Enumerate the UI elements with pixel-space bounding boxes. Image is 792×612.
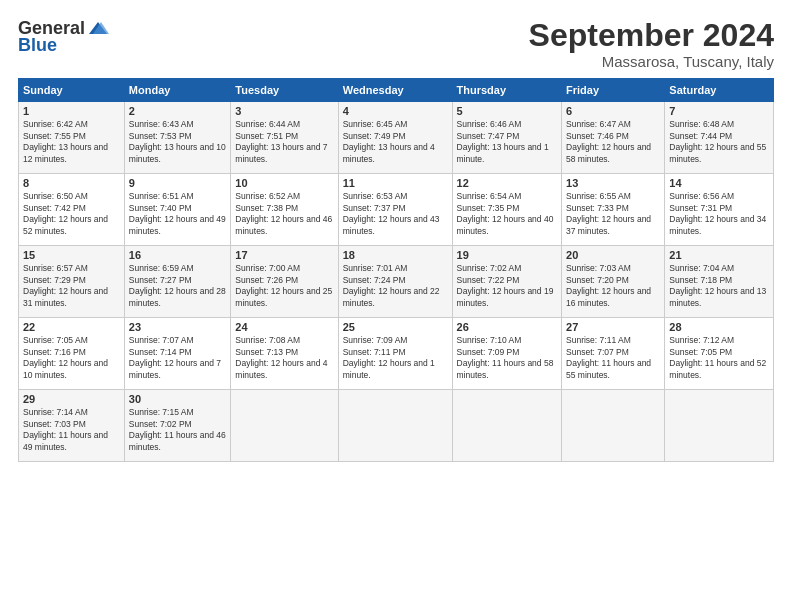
sunrise-text: Sunrise: 7:12 AM — [669, 335, 734, 345]
sunset-text: Sunset: 7:16 PM — [23, 347, 86, 357]
day-number: 25 — [343, 321, 448, 333]
sunrise-text: Sunrise: 7:03 AM — [566, 263, 631, 273]
table-row — [338, 390, 452, 462]
day-info: Sunrise: 7:10 AMSunset: 7:09 PMDaylight:… — [457, 335, 558, 381]
calendar-week-row: 1Sunrise: 6:42 AMSunset: 7:55 PMDaylight… — [19, 102, 774, 174]
col-wednesday: Wednesday — [338, 79, 452, 102]
day-info: Sunrise: 6:47 AMSunset: 7:46 PMDaylight:… — [566, 119, 660, 165]
day-info: Sunrise: 7:14 AMSunset: 7:03 PMDaylight:… — [23, 407, 120, 453]
col-saturday: Saturday — [665, 79, 774, 102]
day-info: Sunrise: 6:42 AMSunset: 7:55 PMDaylight:… — [23, 119, 120, 165]
table-row: 29Sunrise: 7:14 AMSunset: 7:03 PMDayligh… — [19, 390, 125, 462]
sunset-text: Sunset: 7:51 PM — [235, 131, 298, 141]
sunset-text: Sunset: 7:46 PM — [566, 131, 629, 141]
title-block: September 2024 Massarosa, Tuscany, Italy — [529, 18, 774, 70]
logo: General Blue — [18, 18, 109, 56]
table-row: 30Sunrise: 7:15 AMSunset: 7:02 PMDayligh… — [124, 390, 231, 462]
daylight-text: Daylight: 12 hours and 37 minutes. — [566, 214, 651, 235]
daylight-text: Daylight: 12 hours and 55 minutes. — [669, 142, 766, 163]
day-number: 12 — [457, 177, 558, 189]
day-info: Sunrise: 7:04 AMSunset: 7:18 PMDaylight:… — [669, 263, 769, 309]
sunset-text: Sunset: 7:42 PM — [23, 203, 86, 213]
daylight-text: Daylight: 12 hours and 7 minutes. — [129, 358, 221, 379]
daylight-text: Daylight: 12 hours and 16 minutes. — [566, 286, 651, 307]
sunset-text: Sunset: 7:40 PM — [129, 203, 192, 213]
sunset-text: Sunset: 7:37 PM — [343, 203, 406, 213]
daylight-text: Daylight: 13 hours and 10 minutes. — [129, 142, 226, 163]
day-info: Sunrise: 7:03 AMSunset: 7:20 PMDaylight:… — [566, 263, 660, 309]
day-info: Sunrise: 6:56 AMSunset: 7:31 PMDaylight:… — [669, 191, 769, 237]
sunrise-text: Sunrise: 6:43 AM — [129, 119, 194, 129]
daylight-text: Daylight: 12 hours and 22 minutes. — [343, 286, 440, 307]
day-number: 16 — [129, 249, 227, 261]
logo-icon — [87, 20, 109, 38]
sunset-text: Sunset: 7:44 PM — [669, 131, 732, 141]
daylight-text: Daylight: 11 hours and 52 minutes. — [669, 358, 766, 379]
sunrise-text: Sunrise: 6:44 AM — [235, 119, 300, 129]
table-row: 8Sunrise: 6:50 AMSunset: 7:42 PMDaylight… — [19, 174, 125, 246]
table-row: 15Sunrise: 6:57 AMSunset: 7:29 PMDayligh… — [19, 246, 125, 318]
sunset-text: Sunset: 7:22 PM — [457, 275, 520, 285]
day-number: 11 — [343, 177, 448, 189]
table-row: 1Sunrise: 6:42 AMSunset: 7:55 PMDaylight… — [19, 102, 125, 174]
sunrise-text: Sunrise: 6:48 AM — [669, 119, 734, 129]
table-row: 24Sunrise: 7:08 AMSunset: 7:13 PMDayligh… — [231, 318, 338, 390]
sunset-text: Sunset: 7:18 PM — [669, 275, 732, 285]
day-number: 21 — [669, 249, 769, 261]
day-number: 8 — [23, 177, 120, 189]
day-number: 10 — [235, 177, 333, 189]
col-tuesday: Tuesday — [231, 79, 338, 102]
table-row: 6Sunrise: 6:47 AMSunset: 7:46 PMDaylight… — [562, 102, 665, 174]
daylight-text: Daylight: 12 hours and 40 minutes. — [457, 214, 554, 235]
daylight-text: Daylight: 12 hours and 49 minutes. — [129, 214, 226, 235]
month-title: September 2024 — [529, 18, 774, 53]
sunset-text: Sunset: 7:20 PM — [566, 275, 629, 285]
col-thursday: Thursday — [452, 79, 562, 102]
calendar-week-row: 15Sunrise: 6:57 AMSunset: 7:29 PMDayligh… — [19, 246, 774, 318]
daylight-text: Daylight: 13 hours and 12 minutes. — [23, 142, 108, 163]
day-info: Sunrise: 6:54 AMSunset: 7:35 PMDaylight:… — [457, 191, 558, 237]
daylight-text: Daylight: 12 hours and 58 minutes. — [566, 142, 651, 163]
table-row: 17Sunrise: 7:00 AMSunset: 7:26 PMDayligh… — [231, 246, 338, 318]
table-row: 16Sunrise: 6:59 AMSunset: 7:27 PMDayligh… — [124, 246, 231, 318]
daylight-text: Daylight: 13 hours and 1 minute. — [457, 142, 549, 163]
day-info: Sunrise: 7:01 AMSunset: 7:24 PMDaylight:… — [343, 263, 448, 309]
day-number: 29 — [23, 393, 120, 405]
table-row: 27Sunrise: 7:11 AMSunset: 7:07 PMDayligh… — [562, 318, 665, 390]
calendar-table: Sunday Monday Tuesday Wednesday Thursday… — [18, 78, 774, 462]
page-header: General Blue September 2024 Massarosa, T… — [18, 18, 774, 70]
table-row: 21Sunrise: 7:04 AMSunset: 7:18 PMDayligh… — [665, 246, 774, 318]
sunrise-text: Sunrise: 6:51 AM — [129, 191, 194, 201]
table-row: 22Sunrise: 7:05 AMSunset: 7:16 PMDayligh… — [19, 318, 125, 390]
sunrise-text: Sunrise: 7:14 AM — [23, 407, 88, 417]
sunrise-text: Sunrise: 6:42 AM — [23, 119, 88, 129]
day-number: 13 — [566, 177, 660, 189]
sunrise-text: Sunrise: 7:00 AM — [235, 263, 300, 273]
table-row: 28Sunrise: 7:12 AMSunset: 7:05 PMDayligh… — [665, 318, 774, 390]
table-row: 19Sunrise: 7:02 AMSunset: 7:22 PMDayligh… — [452, 246, 562, 318]
sunset-text: Sunset: 7:53 PM — [129, 131, 192, 141]
daylight-text: Daylight: 12 hours and 4 minutes. — [235, 358, 327, 379]
sunset-text: Sunset: 7:49 PM — [343, 131, 406, 141]
sunrise-text: Sunrise: 7:04 AM — [669, 263, 734, 273]
day-info: Sunrise: 6:53 AMSunset: 7:37 PMDaylight:… — [343, 191, 448, 237]
sunset-text: Sunset: 7:55 PM — [23, 131, 86, 141]
sunrise-text: Sunrise: 6:45 AM — [343, 119, 408, 129]
sunrise-text: Sunrise: 7:10 AM — [457, 335, 522, 345]
table-row: 2Sunrise: 6:43 AMSunset: 7:53 PMDaylight… — [124, 102, 231, 174]
day-info: Sunrise: 7:09 AMSunset: 7:11 PMDaylight:… — [343, 335, 448, 381]
table-row: 10Sunrise: 6:52 AMSunset: 7:38 PMDayligh… — [231, 174, 338, 246]
table-row: 23Sunrise: 7:07 AMSunset: 7:14 PMDayligh… — [124, 318, 231, 390]
day-number: 7 — [669, 105, 769, 117]
daylight-text: Daylight: 12 hours and 43 minutes. — [343, 214, 440, 235]
day-number: 22 — [23, 321, 120, 333]
sunset-text: Sunset: 7:26 PM — [235, 275, 298, 285]
day-number: 6 — [566, 105, 660, 117]
daylight-text: Daylight: 11 hours and 49 minutes. — [23, 430, 108, 451]
sunrise-text: Sunrise: 6:53 AM — [343, 191, 408, 201]
day-info: Sunrise: 7:15 AMSunset: 7:02 PMDaylight:… — [129, 407, 227, 453]
daylight-text: Daylight: 13 hours and 4 minutes. — [343, 142, 435, 163]
day-info: Sunrise: 6:44 AMSunset: 7:51 PMDaylight:… — [235, 119, 333, 165]
table-row: 3Sunrise: 6:44 AMSunset: 7:51 PMDaylight… — [231, 102, 338, 174]
daylight-text: Daylight: 12 hours and 52 minutes. — [23, 214, 108, 235]
